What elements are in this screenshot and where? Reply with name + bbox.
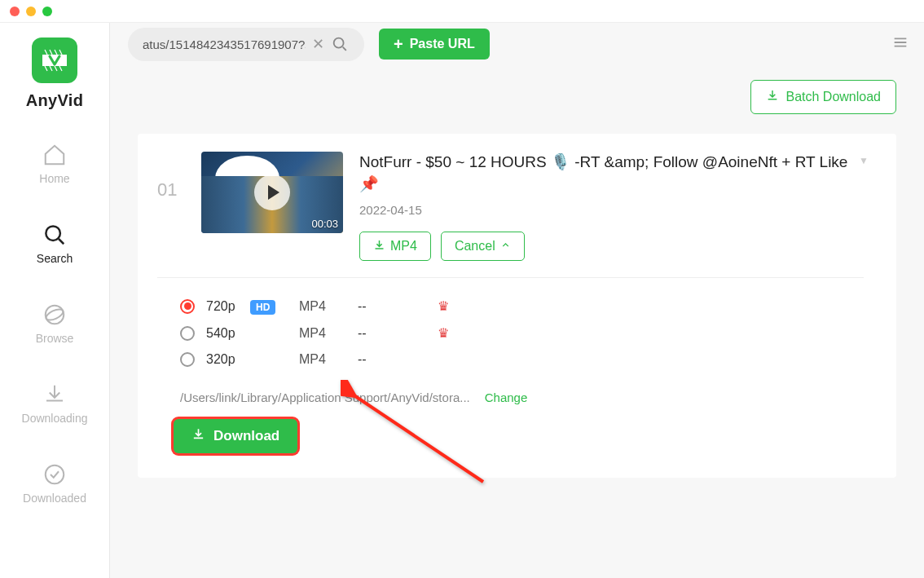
sidebar: AnyVid Home Search Browse Downloading Do… — [0, 23, 110, 578]
app-name: AnyVid — [26, 91, 83, 110]
play-icon — [254, 174, 290, 210]
download-label: Download — [213, 428, 279, 444]
quality-label: 320p — [206, 352, 250, 367]
quality-row-320p[interactable]: 320p MP4 -- — [157, 346, 864, 373]
nav-search[interactable]: Search — [37, 223, 73, 265]
titlebar — [0, 0, 924, 23]
clear-icon[interactable]: ✕ — [312, 35, 324, 53]
download-icon — [191, 427, 205, 445]
nav-browse[interactable]: Browse — [36, 302, 74, 345]
minimize-window-button[interactable] — [26, 7, 36, 16]
batch-label: Batch Download — [785, 90, 881, 104]
search-icon[interactable] — [331, 35, 349, 53]
result-card: 01 00:03 NotFurr - $50 ~ 12 HOURS 🎙️ -RT… — [138, 134, 896, 478]
format-label: MP4 — [299, 299, 358, 314]
size-label: -- — [358, 326, 438, 341]
nav-label: Browse — [36, 332, 74, 345]
hd-badge: HD — [250, 300, 275, 315]
item-number: 01 — [157, 179, 185, 201]
crown-icon: ♛ — [438, 298, 449, 314]
crown-icon: ♛ — [438, 325, 449, 341]
batch-download-button[interactable]: Batch Download — [750, 80, 896, 114]
cancel-button[interactable]: Cancel — [441, 232, 525, 261]
nav-label: Downloaded — [23, 492, 86, 505]
change-path-link[interactable]: Change — [485, 390, 528, 404]
paste-url-button[interactable]: + Paste URL — [379, 29, 490, 60]
download-icon — [373, 239, 385, 254]
video-title: NotFurr - $50 ~ 12 HOURS 🎙️ -RT &amp; Fo… — [359, 152, 864, 195]
search-input[interactable] — [143, 38, 306, 51]
close-window-button[interactable] — [10, 7, 20, 16]
svg-point-6 — [46, 465, 64, 484]
nav-downloaded[interactable]: Downloaded — [23, 462, 86, 505]
hamburger-icon[interactable] — [891, 33, 909, 55]
format-label: MP4 — [299, 326, 358, 341]
download-button[interactable]: Download — [174, 419, 297, 453]
quality-row-540p[interactable]: 540p MP4 -- ♛ — [157, 320, 864, 346]
divider — [157, 277, 864, 278]
video-date: 2022-04-15 — [359, 203, 864, 217]
size-label: -- — [358, 299, 438, 314]
download-icon — [766, 89, 779, 105]
topbar: ✕ + Paste URL — [110, 23, 924, 65]
dropdown-icon[interactable]: ▼ — [859, 155, 869, 166]
nav-home[interactable]: Home — [39, 143, 69, 185]
format-label: MP4 — [299, 352, 358, 367]
save-path: /Users/link/Library/Application Support/… — [180, 390, 470, 404]
chevron-up-icon — [500, 239, 511, 254]
radio-unselected[interactable] — [180, 352, 195, 367]
nav-label: Downloading — [22, 412, 88, 425]
radio-unselected[interactable] — [180, 326, 195, 341]
radio-selected[interactable] — [180, 299, 195, 314]
nav-label: Search — [37, 252, 73, 265]
mp4-button[interactable]: MP4 — [359, 232, 431, 261]
search-field-wrap: ✕ — [128, 28, 364, 61]
svg-point-7 — [334, 38, 344, 48]
size-label: -- — [358, 352, 438, 367]
video-thumbnail[interactable]: 00:03 — [201, 152, 343, 233]
app-logo — [32, 38, 77, 83]
quality-row-720p[interactable]: 720p HD MP4 -- ♛ — [157, 293, 864, 320]
quality-label: 720p — [206, 299, 250, 314]
maximize-window-button[interactable] — [42, 7, 52, 16]
paste-label: Paste URL — [410, 37, 475, 51]
save-path-row: /Users/link/Library/Application Support/… — [157, 373, 864, 404]
duration-badge: 00:03 — [311, 218, 338, 230]
nav-downloading[interactable]: Downloading — [22, 382, 88, 425]
nav-label: Home — [39, 172, 69, 185]
svg-point-3 — [46, 226, 60, 240]
plus-icon: + — [394, 35, 403, 54]
quality-label: 540p — [206, 326, 250, 341]
